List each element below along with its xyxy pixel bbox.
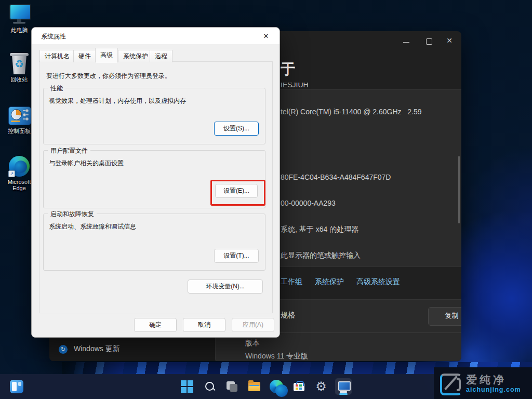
watermark-domain: aichunjing.com [466,386,521,393]
control-panel-icon [7,104,31,127]
settings-gear-icon[interactable]: ⚙ [313,378,329,395]
watermark-title: 爱纯净 [466,374,521,386]
system-properties-dialog: 系统属性 ✕ 计算机名 硬件 高级 系统保护 远程 要进行大多数更改，你必须作为… [31,27,280,338]
close-icon[interactable]: ✕ [257,30,275,43]
active-app-indicator [339,393,348,395]
processor-value: tel(R) Core(TM) i5-11400 @ 2.60GHz 2.59 [281,108,422,116]
cancel-button[interactable]: 取消 [183,318,225,332]
product-id-value: 00-00000-AA293 [281,199,336,207]
system-type-value: 系统, 基于 x64 的处理器 [281,225,358,234]
group-startup-recovery: 启动和故障恢复 系统启动、系统故障和调试信息 设置(T)... [43,214,265,271]
performance-settings-button[interactable]: 设置(S)... [214,122,259,136]
scrollbar[interactable] [458,156,460,223]
file-explorer-icon[interactable] [246,378,262,395]
red-highlight-annotation [210,180,265,206]
tab-system-protection[interactable]: 系统保护 [118,50,153,62]
sidebar-item-windows-update[interactable]: ↻ Windows 更新 [59,341,209,357]
copy-button[interactable]: 复制 [428,307,461,326]
task-view-icon[interactable] [223,378,240,395]
widgets-icon[interactable] [8,378,25,395]
version-label: 版本 [245,339,260,348]
windows-spec-header: 规格 [281,311,295,320]
admin-note: 要进行大多数更改，你必须作为管理员登录。 [46,72,171,81]
group-performance: 性能 视觉效果，处理器计划，内存使用，以及虚拟内存 设置(S)... [43,88,265,144]
device-name: IESJIUH [281,83,309,88]
aichunjing-logo-icon [439,373,461,394]
windows-update-icon: ↻ [59,345,68,354]
environment-variables-button[interactable]: 环境变量(N)... [188,280,263,294]
ok-button[interactable]: 确定 [134,318,177,332]
watermark: 爱纯净 aichunjing.com [434,367,532,399]
link-workgroup[interactable]: 工作组 [281,277,302,287]
tab-advanced[interactable]: 高级 [95,48,118,63]
windows-logo-icon [181,380,193,393]
recycle-bin-icon: ♻ [7,52,31,75]
related-links: 工作组 系统保护 高级系统设置 [281,277,400,287]
about-page-title: 于 [281,59,295,79]
tab-computer-name[interactable]: 计算机名 [39,50,75,62]
minimize-icon[interactable] [403,42,409,52]
link-advanced-system-settings[interactable]: 高级系统设置 [356,277,400,287]
device-id-value: 80FE-4C04-B634-A484F647F07D [281,173,391,181]
startup-settings-button[interactable]: 设置(T)... [214,249,259,263]
search-icon[interactable] [201,378,218,395]
pen-touch-value: 此显示器的笔或触控输入 [281,251,361,260]
start-button[interactable] [179,378,195,395]
group-user-profiles: 用户配置文件 与登录帐户相关的桌面设置 设置(E)... [43,150,265,208]
link-system-protection[interactable]: 系统保护 [315,277,344,287]
dialog-titlebar: 系统属性 ✕ [32,28,280,44]
tab-remote[interactable]: 远程 [150,50,172,62]
store-icon[interactable] [290,378,307,395]
shortcut-arrow-icon: ↗ [8,170,15,177]
tab-hardware[interactable]: 硬件 [73,50,96,62]
maximize-icon[interactable] [426,38,432,45]
version-value: Windows 11 专业版 [245,352,308,361]
edge-icon[interactable] [268,378,285,395]
apply-button[interactable]: 应用(A) [232,318,274,332]
close-icon[interactable]: ✕ [443,36,456,46]
dialog-title: 系统属性 [41,32,66,41]
edge-icon: ↗ [7,155,31,178]
system-properties-taskbar-icon[interactable] [335,378,352,395]
this-pc-icon [7,3,31,26]
